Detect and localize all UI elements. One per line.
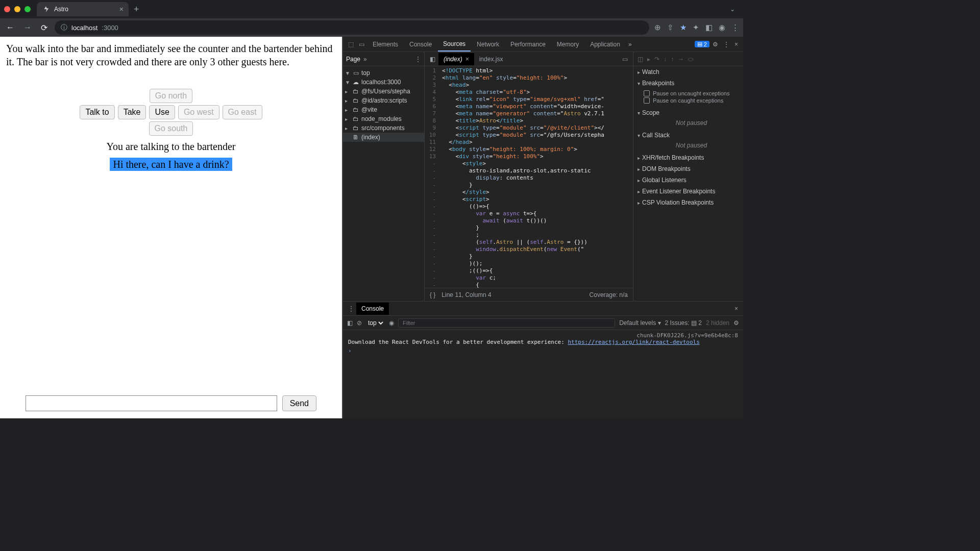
window-traffic-lights (4, 6, 31, 12)
back-button[interactable]: ← (4, 21, 16, 34)
step-out-icon[interactable]: ↑ (671, 56, 674, 63)
more-tabs-icon[interactable]: » (626, 39, 634, 50)
sidepanel-icon[interactable]: ◧ (705, 23, 713, 32)
talk-to-button[interactable]: Talk to (80, 105, 114, 119)
close-tab-button[interactable]: × (119, 5, 124, 13)
drawer-menu-icon[interactable]: ⋮ (346, 303, 356, 314)
bookmark-icon[interactable]: ★ (680, 23, 687, 32)
devtools-tabs: ⬚ ▭ Elements Console Sources Network Per… (343, 37, 743, 52)
debugger-sidebar: ◫ ▸ ↷ ↓ ↑ → ⬭ ▸Watch ▾Breakpoints Pause … (633, 52, 743, 301)
maximize-window-button[interactable] (24, 6, 31, 12)
pane-global[interactable]: ▸Global Listeners (633, 174, 743, 186)
take-button[interactable]: Take (118, 105, 146, 119)
go-south-button: Go south (149, 121, 193, 136)
new-tab-button[interactable]: + (134, 4, 139, 15)
rendered-page: You walk into the bar and immediately se… (0, 37, 342, 418)
drawer-tab-console[interactable]: Console (356, 303, 389, 315)
nav-menu-icon[interactable]: ⋮ (415, 56, 421, 63)
console-settings-icon[interactable]: ⚙ (733, 319, 739, 327)
menu-icon[interactable]: ⋮ (731, 23, 739, 32)
more-nav-icon[interactable]: » (363, 56, 367, 63)
resume-icon[interactable]: ▸ (647, 56, 650, 63)
editor-tab-index[interactable]: (index)× (438, 53, 474, 65)
editor-more-icon[interactable]: ▭ (619, 54, 631, 65)
coverage-label: Coverage: n/a (590, 291, 628, 298)
device-toggle-icon[interactable]: ▭ (357, 39, 366, 50)
profile-icon[interactable]: ◉ (719, 23, 725, 32)
pane-xhr[interactable]: ▸XHR/fetch Breakpoints (633, 152, 743, 163)
code-editor[interactable]: 1<!DOCTYPE html>2<html lang="en" style="… (425, 66, 633, 288)
tab-console[interactable]: Console (404, 38, 437, 51)
issues-badge[interactable]: ▤ 2 (695, 41, 709, 47)
tree-folder[interactable]: ▸🗀@fs/Users/stepha (343, 87, 424, 96)
close-window-button[interactable] (4, 6, 10, 12)
log-levels[interactable]: Default levels ▾ (619, 319, 660, 327)
pane-breakpoints[interactable]: ▾Breakpoints (633, 78, 743, 89)
use-button[interactable]: Use (149, 105, 175, 119)
tabs-overflow-icon[interactable]: ⌄ (730, 6, 735, 13)
tab-performance[interactable]: Performance (505, 38, 551, 51)
toggle-nav-icon[interactable]: ◧ (427, 54, 438, 65)
clear-console-icon[interactable]: ⊘ (357, 319, 362, 327)
pane-watch[interactable]: ▸Watch (633, 66, 743, 78)
console-sidebar-icon[interactable]: ◧ (347, 319, 353, 327)
pane-scope[interactable]: ▾Scope (633, 107, 743, 118)
tree-folder[interactable]: ▸🗀src/components (343, 123, 424, 133)
tab-sources[interactable]: Sources (438, 37, 471, 52)
browser-tab[interactable]: Astro × (37, 2, 129, 16)
devtools-close-icon[interactable]: × (732, 39, 740, 50)
extensions-icon[interactable]: ✦ (693, 23, 699, 32)
step-icon[interactable]: → (678, 56, 684, 63)
tree-top[interactable]: ▼▭top (343, 68, 424, 78)
pane-event[interactable]: ▸Event Listener Breakpoints (633, 186, 743, 197)
console-prompt[interactable]: › (348, 347, 352, 354)
url-bar[interactable]: ⓘ localhost:3000 (55, 20, 649, 35)
step-into-icon[interactable]: ↓ (664, 56, 667, 63)
reload-button[interactable]: ⟳ (39, 21, 50, 35)
format-icon[interactable]: { } (430, 291, 435, 298)
settings-icon[interactable]: ⚙ (710, 39, 720, 50)
page-nav-label[interactable]: Page (346, 56, 360, 63)
forward-button[interactable]: → (21, 21, 34, 34)
inspect-icon[interactable]: ⬚ (346, 39, 356, 50)
issues-count[interactable]: 2 Issues: ▤ 2 (665, 319, 702, 327)
log-link[interactable]: https://reactjs.org/link/react-devtools (568, 339, 699, 345)
pause-caught-checkbox[interactable]: Pause on caught exceptions (644, 97, 739, 104)
editor-tab-indexjsx[interactable]: index.jsx (474, 53, 508, 65)
toggle-debugger-icon[interactable]: ◫ (638, 56, 643, 63)
deactivate-bp-icon[interactable]: ⬭ (688, 56, 693, 63)
message-input[interactable] (26, 395, 277, 411)
hidden-count: 2 hidden (706, 319, 729, 327)
pause-uncaught-checkbox[interactable]: Pause on uncaught exceptions (644, 90, 739, 97)
devtools-menu-icon[interactable]: ⋮ (721, 39, 731, 50)
tree-origin[interactable]: ▼☁localhost:3000 (343, 78, 424, 87)
log-message: Download the React DevTools for a better… (348, 339, 738, 345)
step-over-icon[interactable]: ↷ (654, 56, 659, 63)
tab-elements[interactable]: Elements (368, 38, 403, 51)
tab-title: Astro (54, 6, 68, 13)
tree-file-index[interactable]: 🗎(index) (343, 133, 424, 142)
minimize-window-button[interactable] (14, 6, 20, 12)
console-context[interactable]: top (366, 319, 385, 327)
pane-csp[interactable]: ▸CSP Violation Breakpoints (633, 197, 743, 208)
live-expression-icon[interactable]: ◉ (389, 319, 394, 327)
site-info-icon[interactable]: ⓘ (61, 23, 67, 32)
share-icon[interactable]: ⇧ (667, 23, 674, 32)
browser-toolbar: ← → ⟳ ⓘ localhost:3000 ⊕ ⇧ ★ ✦ ◧ ◉ ⋮ (0, 18, 743, 37)
sources-navigator: Page » ⋮ ▼▭top ▼☁localhost:3000 ▸🗀@fs/Us… (343, 52, 425, 301)
zoom-icon[interactable]: ⊕ (654, 23, 661, 32)
tree-folder[interactable]: ▸🗀@vite (343, 105, 424, 114)
pane-callstack[interactable]: ▾Call Stack (633, 130, 743, 141)
log-source[interactable]: chunk-DFK0J226.js?v=9e6b4e8c:8 (636, 332, 738, 339)
drawer-close-icon[interactable]: × (732, 303, 740, 314)
tab-application[interactable]: Application (585, 38, 625, 51)
go-east-button: Go east (223, 105, 262, 119)
pane-dom[interactable]: ▸DOM Breakpoints (633, 163, 743, 174)
send-button[interactable]: Send (282, 395, 316, 411)
tab-network[interactable]: Network (472, 38, 504, 51)
dialogue-option[interactable]: Hi there, can I have a drink? (110, 158, 232, 171)
tab-memory[interactable]: Memory (552, 38, 584, 51)
console-filter-input[interactable] (398, 318, 615, 328)
tree-folder[interactable]: ▸🗀@id/astro:scripts (343, 96, 424, 105)
tree-folder[interactable]: ▸🗀node_modules (343, 114, 424, 123)
